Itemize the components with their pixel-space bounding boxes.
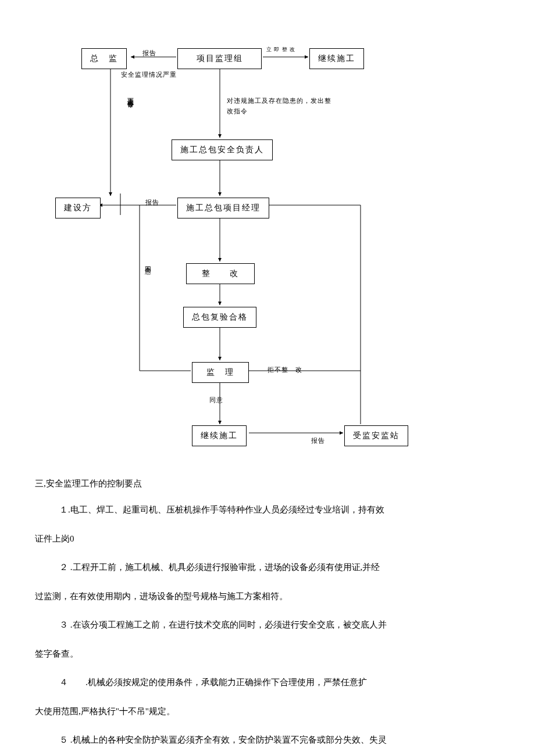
- label-tongyi: 同意: [209, 395, 223, 406]
- box-zongbao-jingli: 施工总包项目经理: [177, 198, 269, 218]
- box-zongjian: 总 监: [81, 48, 127, 69]
- label-baogao2: 报告: [145, 198, 159, 208]
- paragraph-1a: １.电工、焊工、起重司机、压桩机操作手等特种作业人员必须经过专业培训，持有效: [35, 501, 500, 519]
- label-anquan: 安全监理情况严重: [121, 70, 177, 80]
- box-jianshe: 建设方: [55, 198, 101, 218]
- box-zongbao-anquan: 施工总包安全负责人: [172, 139, 273, 160]
- box-fuyan: 总包复验合格: [183, 307, 256, 328]
- box-xiangmu: 项目监理组: [177, 48, 262, 69]
- label-baogao3: 报告: [311, 436, 325, 446]
- section-title: 三,安全监理工作的控制要点: [35, 476, 500, 490]
- label-liji: 立 即 整 改: [266, 46, 301, 53]
- label-duiweigui: 对违规施工及存在隐患的，发出整 改指令: [227, 96, 343, 116]
- box-jixu1: 继续施工: [309, 48, 364, 69]
- paragraph-1b: 证件上岗0: [35, 530, 500, 549]
- box-zhenggai: 整 改: [186, 263, 255, 284]
- flowchart-diagram: 总 监 项目监理组 继续施工 报告 立 即 整 改 安全监理情况严重 下达工程暂…: [35, 29, 500, 459]
- label-junbu: 拒不整 改: [268, 365, 302, 375]
- label-baogao1: 报告: [142, 48, 156, 59]
- label-butongyi: 不同意: [142, 261, 153, 263]
- paragraph-4b: 大使用范围,严格执行"十不吊"规定。: [35, 703, 500, 721]
- paragraph-3a: ３ .在该分项工程施工之前，在进行技术交底的同时，必须进行安全交底，被交底人并: [35, 616, 500, 635]
- box-anjian: 受监安监站: [344, 425, 408, 446]
- paragraph-5a: ５ .机械上的各种安全防护装置必须齐全有效，安全防护装置不完备或部分失效、失灵: [35, 731, 500, 750]
- box-jianli: 监 理: [192, 362, 249, 383]
- diagram-lines: [35, 29, 500, 459]
- paragraph-4a: ４ .机械必须按规定的使用条件，承载能力正确操作下合理使用，严禁任意扩: [35, 673, 500, 692]
- paragraph-3b: 签字备查。: [35, 645, 500, 664]
- paragraph-2a: ２ .工程开工前，施工机械、机具必须进行报验审批，进场的设备必须有使用证,并经: [35, 558, 500, 577]
- label-xiada: 下达工程暂停令: [125, 93, 135, 97]
- paragraph-2b: 过监测，在有效使用期内，进场设备的型号规格与施工方案相符。: [35, 587, 500, 606]
- box-jixu2: 继续施工: [192, 425, 247, 446]
